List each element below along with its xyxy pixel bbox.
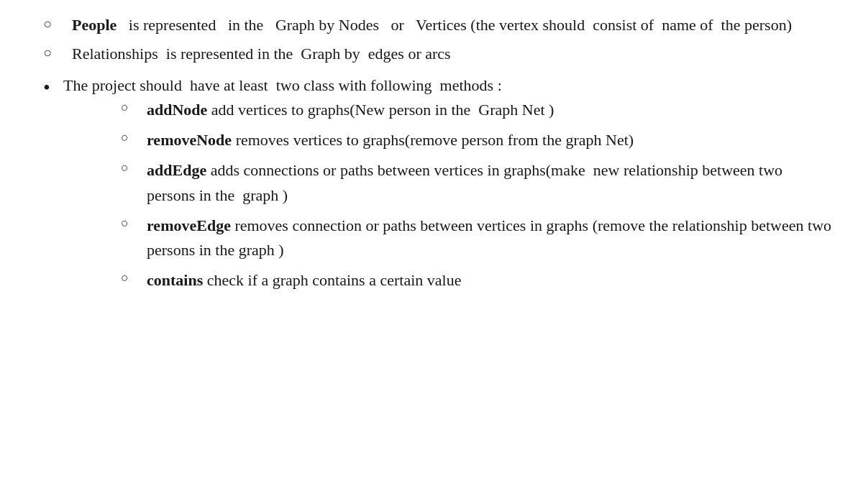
relationships-list-item: ○ Relationships is represented in the Gr… (43, 42, 834, 66)
removeEdge-item: ○ removeEdge removes connection or paths… (121, 214, 834, 262)
project-list: • The project should have at least two c… (43, 73, 834, 298)
contains-method-name: contains (147, 271, 203, 289)
contains-item: ○ contains check if a graph contains a c… (121, 268, 834, 293)
addNode-method-name: addNode (147, 101, 207, 119)
circle-bullet-addEdge: ○ (121, 158, 147, 178)
circle-bullet-removeNode: ○ (121, 128, 147, 148)
people-bold: People (72, 16, 117, 34)
methods-list: ○ addNode add vertices to graphs(New per… (121, 98, 834, 293)
addNode-item: ○ addNode add vertices to graphs(New per… (121, 98, 834, 122)
contains-text: contains check if a graph contains a cer… (147, 268, 834, 293)
removeEdge-method-name: removeEdge (147, 216, 231, 234)
project-item-content: The project should have at least two cla… (63, 73, 834, 298)
main-content: ○ People is represented in the Graph by … (43, 13, 834, 298)
circle-bullet-addNode: ○ (121, 98, 147, 118)
project-text: The project should have at least two cla… (63, 76, 502, 94)
addEdge-text: addEdge adds connections or paths betwee… (147, 158, 834, 207)
removeNode-item: ○ removeNode removes vertices to graphs(… (121, 128, 834, 152)
circle-bullet-contains: ○ (121, 268, 147, 288)
relationships-text: Relationships is represented in the Grap… (72, 42, 834, 66)
dot-bullet-project: • (43, 73, 63, 101)
addNode-text: addNode add vertices to graphs(New perso… (147, 98, 834, 122)
circle-bullet-removeEdge: ○ (121, 214, 147, 234)
addEdge-method-name: addEdge (147, 161, 206, 179)
addEdge-item: ○ addEdge adds connections or paths betw… (121, 158, 834, 207)
people-list-item: ○ People is represented in the Graph by … (43, 13, 834, 37)
removeEdge-text: removeEdge removes connection or paths b… (147, 214, 834, 262)
removeNode-text: removeNode removes vertices to graphs(re… (147, 128, 834, 152)
people-text: People is represented in the Graph by No… (72, 13, 834, 37)
removeNode-method-name: removeNode (147, 131, 232, 149)
outer-list: ○ People is represented in the Graph by … (43, 13, 834, 66)
project-list-item: • The project should have at least two c… (43, 73, 834, 298)
circle-bullet-people: ○ (43, 13, 72, 35)
circle-bullet-relationships: ○ (43, 42, 72, 64)
